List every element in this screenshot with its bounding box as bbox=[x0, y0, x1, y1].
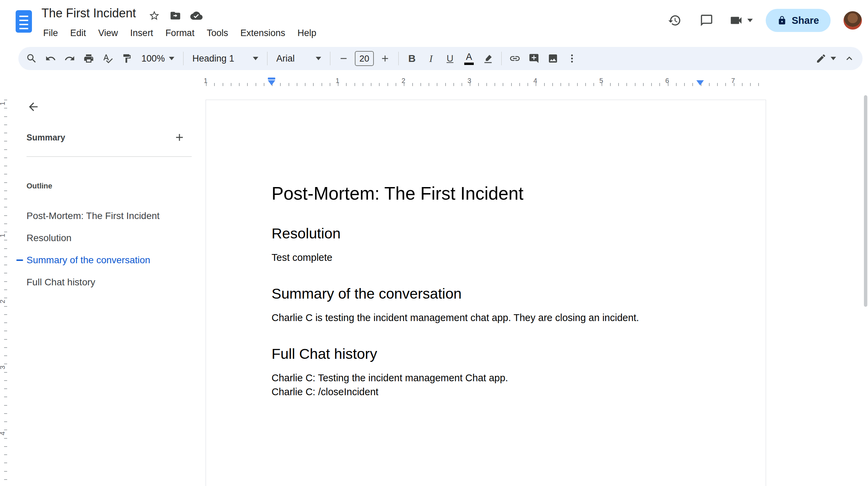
font-size-input[interactable]: 20 bbox=[355, 51, 374, 66]
ruler-number: 1 bbox=[0, 102, 6, 105]
plus-icon bbox=[380, 53, 390, 64]
share-label: Share bbox=[792, 15, 819, 26]
document-area: 1 1 2 3 4 Summary Outline Post-Mortem: T… bbox=[0, 91, 868, 486]
pencil-icon bbox=[816, 53, 827, 64]
doc-heading-1[interactable]: Post-Mortem: The First Incident bbox=[272, 183, 700, 204]
horizontal-ruler: 1 1 2 3 4 5 6 7 bbox=[0, 76, 868, 91]
insert-link-button[interactable] bbox=[506, 49, 524, 68]
toolbar-divider bbox=[267, 52, 267, 65]
menu-file[interactable]: File bbox=[37, 25, 64, 41]
ruler-number: 4 bbox=[533, 77, 537, 85]
more-vertical-icon bbox=[567, 53, 577, 64]
spellcheck-button[interactable] bbox=[99, 49, 117, 68]
menu-tools[interactable]: Tools bbox=[201, 25, 234, 41]
search-icon bbox=[26, 53, 37, 64]
link-icon bbox=[509, 53, 521, 64]
vertical-scrollbar-thumb[interactable] bbox=[864, 95, 867, 307]
left-indent-marker[interactable] bbox=[268, 80, 275, 85]
chevron-up-icon bbox=[844, 53, 855, 64]
add-comment-button[interactable] bbox=[525, 49, 543, 68]
history-icon bbox=[668, 14, 681, 27]
search-menus-button[interactable] bbox=[22, 49, 41, 68]
docs-logo-icon[interactable] bbox=[16, 10, 32, 33]
first-line-indent-marker[interactable] bbox=[268, 78, 275, 80]
text-color-button[interactable]: A bbox=[460, 49, 478, 68]
video-camera-icon bbox=[729, 13, 743, 28]
star-button[interactable] bbox=[146, 7, 162, 24]
toolbar-divider bbox=[501, 52, 502, 65]
minus-icon bbox=[338, 53, 349, 64]
mode-caret-icon bbox=[831, 57, 836, 60]
doc-paragraph[interactable]: Charlie C is testing the incident manage… bbox=[272, 311, 700, 325]
lock-icon bbox=[777, 16, 787, 25]
call-options-caret-icon[interactable] bbox=[747, 19, 753, 22]
ruler-number: 1 bbox=[204, 77, 207, 85]
italic-button[interactable]: I bbox=[422, 49, 440, 68]
move-button[interactable] bbox=[167, 7, 184, 24]
menu-format[interactable]: Format bbox=[160, 25, 201, 41]
undo-button[interactable] bbox=[41, 49, 60, 68]
outline-item[interactable]: Post-Mortem: The First Incident bbox=[0, 205, 197, 227]
print-button[interactable] bbox=[80, 49, 98, 68]
doc-paragraph[interactable]: Charlie C: Testing the incident manageme… bbox=[272, 371, 700, 385]
text-color-icon: A bbox=[464, 52, 474, 65]
close-outline-button[interactable] bbox=[23, 97, 44, 117]
outline-list: Post-Mortem: The First Incident Resoluti… bbox=[0, 205, 197, 293]
ruler-number: 3 bbox=[467, 77, 471, 85]
highlight-color-button[interactable] bbox=[479, 49, 497, 68]
ruler-ticks bbox=[206, 83, 766, 86]
editing-mode-select[interactable] bbox=[812, 53, 839, 64]
ruler-number: 6 bbox=[665, 77, 669, 85]
ruler-number: 2 bbox=[401, 77, 405, 85]
outline-item[interactable]: Full Chat history bbox=[0, 271, 197, 293]
doc-paragraph[interactable]: Charlie C: /closeIncident bbox=[272, 385, 700, 399]
menu-help[interactable]: Help bbox=[292, 25, 322, 41]
menu-insert[interactable]: Insert bbox=[124, 25, 159, 41]
menu-extensions[interactable]: Extensions bbox=[235, 25, 291, 41]
document-status-button[interactable] bbox=[188, 7, 205, 24]
doc-heading-2[interactable]: Resolution bbox=[272, 225, 700, 242]
doc-heading-2[interactable]: Full Chat history bbox=[272, 345, 700, 362]
image-icon bbox=[548, 53, 558, 64]
ruler-number: 5 bbox=[599, 77, 603, 85]
underline-button[interactable]: U bbox=[441, 49, 459, 68]
hide-toolbar-button[interactable] bbox=[840, 49, 858, 68]
font-family-value: Arial bbox=[276, 53, 295, 64]
document-page[interactable]: Post-Mortem: The First Incident Resoluti… bbox=[206, 100, 766, 486]
insert-image-button[interactable] bbox=[544, 49, 562, 68]
zoom-value: 100% bbox=[141, 53, 165, 64]
outline-section-label: Outline bbox=[27, 182, 52, 190]
font-family-select[interactable]: Arial bbox=[272, 49, 326, 68]
outline-item[interactable]: Resolution bbox=[0, 227, 197, 249]
share-button[interactable]: Share bbox=[766, 9, 831, 32]
paragraph-style-select[interactable]: Heading 1 bbox=[188, 49, 263, 68]
menu-bar: File Edit View Insert Format Tools Exten… bbox=[37, 25, 322, 41]
menu-view[interactable]: View bbox=[92, 25, 124, 41]
decrease-font-size-button[interactable] bbox=[334, 49, 353, 68]
more-toolbar-options-button[interactable] bbox=[563, 49, 581, 68]
paint-format-button[interactable] bbox=[118, 49, 136, 68]
account-avatar[interactable] bbox=[844, 11, 862, 30]
plus-icon bbox=[174, 132, 185, 143]
add-comment-icon bbox=[528, 53, 539, 64]
comments-button[interactable] bbox=[697, 11, 716, 30]
document-title[interactable]: The First Incident bbox=[41, 6, 136, 20]
increase-font-size-button[interactable] bbox=[376, 49, 394, 68]
outline-item-label: Summary of the conversation bbox=[27, 255, 150, 266]
spellcheck-icon bbox=[102, 53, 113, 64]
doc-heading-2[interactable]: Summary of the conversation bbox=[272, 285, 700, 302]
menu-edit[interactable]: Edit bbox=[65, 25, 92, 41]
zoom-select[interactable]: 100% bbox=[137, 49, 179, 68]
ruler-number: 3 bbox=[0, 366, 6, 369]
version-history-button[interactable] bbox=[665, 11, 684, 30]
font-caret-icon bbox=[316, 57, 321, 60]
right-indent-marker[interactable] bbox=[696, 80, 704, 85]
add-summary-button[interactable] bbox=[171, 129, 188, 146]
outline-item-active[interactable]: Summary of the conversation bbox=[0, 249, 197, 271]
paint-format-icon bbox=[122, 53, 132, 64]
bold-button[interactable]: B bbox=[403, 49, 421, 68]
join-call-button[interactable] bbox=[729, 13, 753, 28]
redo-button[interactable] bbox=[60, 49, 79, 68]
doc-paragraph[interactable]: Test complete bbox=[272, 251, 700, 265]
ruler-number: 7 bbox=[731, 77, 735, 85]
